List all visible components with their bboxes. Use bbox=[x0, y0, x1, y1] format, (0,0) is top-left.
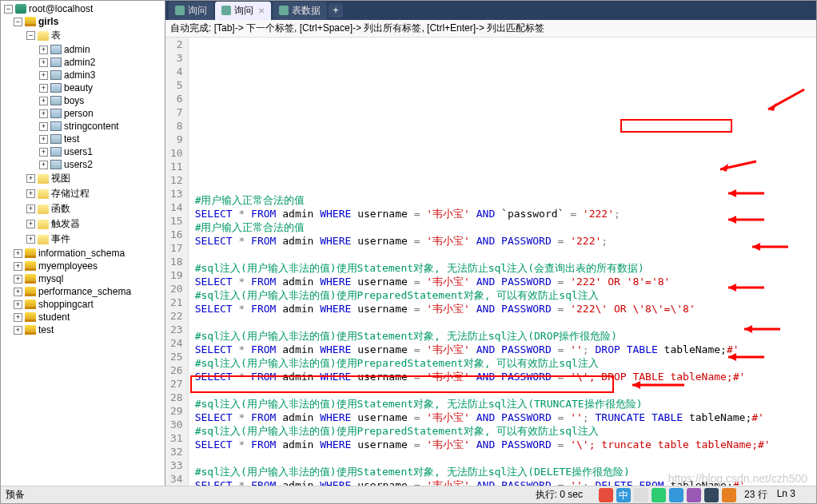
code-line[interactable]: #sql注入(用户输入非法的值)使用Statement对象, 无法防止sql注入… bbox=[195, 397, 816, 411]
code-line[interactable]: SELECT * FROM admin WHERE username = '韦小… bbox=[195, 302, 816, 315]
database-node[interactable]: +mysql bbox=[2, 272, 163, 285]
folder-icon bbox=[38, 204, 49, 214]
code-line[interactable]: #sql注入(用户输入非法的值)使用PreparedStatement对象, 可… bbox=[195, 424, 816, 438]
code-line[interactable]: SELECT * FROM admin WHERE username = '韦小… bbox=[195, 411, 816, 424]
expand-icon[interactable]: + bbox=[39, 84, 48, 93]
database-label: girls bbox=[38, 16, 58, 27]
folder-icon bbox=[38, 189, 49, 199]
code-line[interactable]: #sql注入(用户输入非法的值)使用Statement对象, 无法防止sql注入… bbox=[195, 329, 816, 343]
database-node[interactable]: +performance_schema bbox=[2, 285, 163, 298]
status-line: Ln 3 bbox=[777, 488, 795, 502]
database-node[interactable]: − girls bbox=[2, 15, 163, 28]
database-node[interactable]: +myemployees bbox=[2, 260, 163, 272]
expand-icon[interactable]: + bbox=[39, 97, 48, 105]
database-icon bbox=[25, 287, 36, 296]
table-node[interactable]: +test bbox=[2, 133, 163, 145]
procs-folder[interactable]: + 存储过程 bbox=[2, 186, 163, 201]
code-line[interactable]: #用户输入正常合法的值 bbox=[195, 220, 816, 234]
expand-icon[interactable]: + bbox=[14, 275, 22, 284]
code-line[interactable]: SELECT * FROM admin WHERE username = '韦小… bbox=[195, 478, 816, 486]
code-area[interactable]: #用户输入正常合法的值SELECT * FROM admin WHERE use… bbox=[189, 38, 816, 486]
ime-icon[interactable] bbox=[634, 488, 648, 502]
table-node[interactable]: +beauty bbox=[2, 81, 163, 94]
code-line[interactable]: SELECT * FROM admin WHERE username = '韦小… bbox=[195, 370, 816, 383]
expand-icon[interactable]: + bbox=[39, 109, 48, 118]
expand-icon[interactable]: + bbox=[14, 313, 22, 322]
server-node[interactable]: − root@localhost bbox=[2, 2, 163, 15]
ime-icon[interactable] bbox=[704, 488, 719, 502]
database-node[interactable]: +shoppingcart bbox=[2, 298, 163, 311]
expand-icon[interactable]: + bbox=[14, 249, 22, 258]
sql-editor[interactable]: 2345678910111213141516171819202122232425… bbox=[165, 38, 816, 486]
code-line[interactable]: SELECT * FROM admin WHERE username = '韦小… bbox=[195, 343, 816, 356]
editor-tab[interactable]: 表数据 bbox=[273, 2, 327, 20]
object-browser[interactable]: − root@localhost − girls − 表 +admin+admi… bbox=[1, 1, 165, 486]
ime-icon[interactable] bbox=[687, 488, 701, 502]
code-line[interactable]: #sql注入(用户输入非法的值)使用PreparedStatement对象, 可… bbox=[195, 356, 816, 370]
code-line[interactable]: SELECT * FROM admin WHERE username = '韦小… bbox=[195, 275, 816, 288]
expand-icon[interactable]: + bbox=[39, 71, 48, 80]
expand-icon[interactable]: + bbox=[39, 58, 48, 67]
database-node[interactable]: +test bbox=[2, 323, 163, 336]
collapse-icon[interactable]: − bbox=[4, 5, 13, 14]
add-tab-button[interactable]: + bbox=[329, 3, 343, 18]
folder-icon bbox=[38, 220, 49, 229]
expand-icon[interactable]: + bbox=[26, 174, 35, 183]
expand-icon[interactable]: + bbox=[39, 161, 48, 169]
code-line[interactable] bbox=[195, 451, 816, 465]
database-node[interactable]: +student bbox=[2, 311, 163, 323]
triggers-folder[interactable]: + 触发器 bbox=[2, 216, 163, 232]
table-node[interactable]: +admin3 bbox=[2, 69, 163, 81]
table-label: users1 bbox=[64, 146, 93, 157]
status-bar: 预备 执行: 0 sec 中 23 行 Ln 3 bbox=[1, 486, 816, 503]
events-folder[interactable]: + 事件 bbox=[2, 232, 163, 247]
expand-icon[interactable]: + bbox=[14, 288, 22, 296]
tables-folder[interactable]: − 表 bbox=[2, 28, 163, 43]
ime-icon[interactable] bbox=[599, 488, 613, 502]
expand-icon[interactable]: + bbox=[39, 148, 48, 157]
database-node[interactable]: +information_schema bbox=[2, 247, 163, 260]
database-label: myemployees bbox=[38, 260, 98, 272]
code-line[interactable]: #sql注入(用户输入非法的值)使用PreparedStatement对象, 可… bbox=[195, 288, 816, 302]
code-line[interactable]: SELECT * FROM admin WHERE username = '韦小… bbox=[195, 207, 816, 220]
code-line[interactable] bbox=[195, 248, 816, 261]
table-node[interactable]: +boys bbox=[2, 94, 163, 107]
expand-icon[interactable]: + bbox=[14, 300, 22, 309]
editor-tab[interactable]: 询问✕ bbox=[215, 2, 271, 20]
table-node[interactable]: +person bbox=[2, 107, 163, 120]
table-icon bbox=[50, 121, 62, 131]
funcs-folder[interactable]: + 函数 bbox=[2, 201, 163, 216]
expand-icon[interactable]: + bbox=[26, 204, 35, 213]
expand-icon[interactable]: + bbox=[14, 262, 22, 271]
views-folder[interactable]: + 视图 bbox=[2, 171, 163, 186]
expand-icon[interactable]: + bbox=[26, 235, 35, 244]
expand-icon[interactable]: + bbox=[14, 326, 22, 335]
collapse-icon[interactable]: − bbox=[14, 18, 22, 26]
ime-icon[interactable] bbox=[722, 488, 736, 502]
code-line[interactable]: SELECT * FROM admin WHERE username = '韦小… bbox=[195, 234, 816, 248]
code-line[interactable]: #sql注入(用户输入非法的值)使用Statement对象, 无法防止sql注入… bbox=[195, 261, 816, 275]
expand-icon[interactable]: + bbox=[39, 122, 48, 131]
ime-icon[interactable] bbox=[652, 488, 666, 502]
table-node[interactable]: +users1 bbox=[2, 145, 163, 158]
editor-tab[interactable]: 询问 bbox=[169, 2, 213, 20]
table-node[interactable]: +admin2 bbox=[2, 56, 163, 69]
code-line[interactable] bbox=[195, 315, 816, 329]
table-label: stringcontent bbox=[64, 121, 119, 132]
expand-icon[interactable]: + bbox=[39, 135, 48, 144]
close-icon[interactable]: ✕ bbox=[258, 6, 265, 15]
code-line[interactable]: #sql注入(用户输入非法的值)使用Statement对象, 无法防止sql注入… bbox=[195, 465, 816, 478]
table-label: boys bbox=[64, 95, 84, 106]
ime-icon[interactable] bbox=[669, 488, 683, 502]
collapse-icon[interactable]: − bbox=[26, 31, 35, 40]
table-node[interactable]: +admin bbox=[2, 43, 163, 56]
table-node[interactable]: +users2 bbox=[2, 158, 163, 171]
code-line[interactable]: SELECT * FROM admin WHERE username = '韦小… bbox=[195, 438, 816, 451]
ime-icon[interactable]: 中 bbox=[616, 488, 631, 502]
code-line[interactable] bbox=[195, 383, 816, 397]
expand-icon[interactable]: + bbox=[26, 220, 35, 228]
code-line[interactable]: #用户输入正常合法的值 bbox=[195, 193, 816, 207]
expand-icon[interactable]: + bbox=[26, 189, 35, 198]
table-node[interactable]: +stringcontent bbox=[2, 120, 163, 133]
expand-icon[interactable]: + bbox=[39, 46, 48, 54]
